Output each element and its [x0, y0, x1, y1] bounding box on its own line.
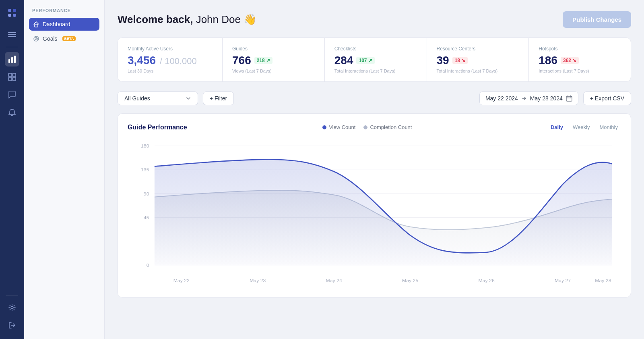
guides-sub: Views (Last 7 Days) — [232, 69, 315, 73]
chart-area: 180 135 90 45 0 May 22 May 23 May 24 May… — [128, 137, 621, 291]
stat-card-mau: Monthly Active Users 3,456 / 100,000 Las… — [118, 38, 223, 81]
svg-rect-10 — [8, 73, 12, 77]
svg-rect-12 — [8, 77, 12, 81]
greeting-name: John Doe 👋 — [196, 13, 257, 25]
goals-label: Goals — [43, 35, 58, 42]
svg-text:45: 45 — [144, 215, 149, 220]
svg-text:135: 135 — [141, 167, 149, 173]
chat-sidebar-icon[interactable] — [5, 87, 19, 102]
guides-value: 766 — [232, 54, 251, 67]
sidebar-bottom — [5, 293, 19, 333]
logout-sidebar-icon[interactable] — [5, 318, 19, 333]
svg-point-14 — [11, 306, 13, 309]
menu-icon[interactable] — [5, 27, 19, 42]
svg-text:May 26: May 26 — [479, 278, 495, 283]
view-count-label: View Count — [329, 124, 355, 130]
main-content: Welcome back, John Doe 👋 Publish Changes… — [105, 0, 644, 339]
hotspots-value-row: 186 362 ↘ — [539, 54, 621, 67]
bell-sidebar-icon[interactable] — [5, 105, 19, 120]
filter-button[interactable]: + Filter — [203, 92, 234, 105]
svg-point-1 — [13, 9, 16, 12]
guide-filter-label: All Guides — [124, 95, 150, 102]
stat-card-hotspots: Hotspots 186 362 ↘ Interactions (Last 7 … — [529, 38, 631, 81]
settings-sidebar-icon[interactable] — [5, 300, 19, 315]
left-nav-title: PERFORMANCE — [29, 8, 99, 13]
guides-title: Guides — [232, 46, 315, 52]
svg-rect-15 — [35, 24, 38, 27]
guides-value-row: 766 218 ↗ — [232, 54, 315, 67]
mau-value: 3,456 — [128, 54, 156, 67]
view-count-dot — [322, 125, 326, 129]
chart-svg: 180 135 90 45 0 May 22 May 23 May 24 May… — [128, 137, 621, 291]
svg-text:180: 180 — [141, 144, 149, 149]
svg-rect-5 — [8, 34, 16, 35]
goals-nav-icon — [33, 35, 39, 42]
stat-card-checklists: Checklists 284 107 ↗ Total Interactions … — [325, 38, 427, 81]
svg-rect-4 — [8, 32, 16, 33]
svg-text:May 28: May 28 — [595, 278, 611, 283]
rc-value: 39 — [437, 54, 449, 67]
svg-rect-8 — [11, 57, 13, 63]
stat-card-guides: Guides 766 218 ↗ Views (Last 7 Days) — [223, 38, 325, 81]
mau-value-row: 3,456 / 100,000 — [128, 54, 213, 67]
svg-text:90: 90 — [144, 191, 149, 197]
chevron-down-icon — [186, 96, 191, 101]
svg-point-18 — [36, 38, 37, 39]
hotspots-value: 186 — [539, 54, 557, 67]
mau-total: / 100,000 — [160, 56, 197, 67]
export-label: + Export CSV — [590, 95, 624, 102]
svg-text:0: 0 — [147, 262, 149, 268]
svg-text:May 23: May 23 — [250, 278, 266, 283]
svg-text:May 25: May 25 — [402, 278, 419, 283]
legend-completion-count: Completion Count — [363, 124, 412, 130]
nav-item-dashboard[interactable]: Dashboard — [29, 18, 99, 31]
hotspots-sub: Interactions (Last 7 Days) — [539, 69, 621, 73]
period-monthly-button[interactable]: Monthly — [596, 123, 621, 131]
checklists-badge: 107 ↗ — [356, 57, 374, 64]
guides-badge: 218 ↗ — [254, 57, 272, 64]
svg-rect-11 — [12, 73, 16, 77]
rc-badge: 18 ↘ — [452, 57, 468, 64]
sidebar-logo — [6, 6, 19, 19]
export-csv-button[interactable]: + Export CSV — [583, 92, 631, 105]
stats-row: Monthly Active Users 3,456 / 100,000 Las… — [118, 37, 631, 82]
svg-point-2 — [8, 14, 11, 17]
dashboard-label: Dashboard — [43, 21, 70, 27]
checklists-title: Checklists — [334, 46, 417, 52]
calendar-icon — [566, 95, 572, 102]
dashboard-nav-icon — [33, 21, 39, 27]
svg-point-3 — [13, 14, 16, 17]
date-range-picker[interactable]: May 22 2024 May 28 2024 — [479, 92, 578, 105]
chart-card: Guide Performance View Count Completion … — [118, 113, 631, 297]
svg-text:May 24: May 24 — [326, 278, 343, 283]
svg-point-0 — [8, 9, 11, 12]
svg-rect-13 — [12, 77, 16, 81]
publish-button[interactable]: Publish Changes — [563, 11, 631, 28]
sidebar-divider-1 — [6, 47, 18, 47]
period-daily-button[interactable]: Daily — [547, 123, 566, 131]
checklists-value: 284 — [334, 54, 353, 67]
period-weekly-button[interactable]: Weekly — [570, 123, 593, 131]
filter-row: All Guides + Filter May 22 2024 May 28 2… — [118, 92, 631, 105]
date-end: May 28 2024 — [530, 95, 563, 102]
hotspots-badge: 362 ↘ — [561, 57, 579, 64]
guide-filter-select[interactable]: All Guides — [118, 92, 198, 105]
analytics-sidebar-icon[interactable] — [5, 52, 19, 67]
svg-rect-7 — [8, 59, 10, 63]
chart-period-buttons: Daily Weekly Monthly — [547, 123, 621, 131]
mau-title: Monthly Active Users — [128, 46, 213, 52]
nav-item-goals[interactable]: Goals BETA — [29, 32, 99, 45]
rc-sub: Total Interactions (Last 7 Days) — [437, 69, 519, 73]
legend-view-count: View Count — [322, 124, 355, 130]
date-start: May 22 2024 — [485, 95, 518, 102]
grid-sidebar-icon[interactable] — [5, 70, 19, 84]
sidebar — [0, 0, 24, 339]
filter-label: + Filter — [210, 95, 227, 102]
arrow-right-icon — [521, 96, 527, 101]
completion-count-label: Completion Count — [370, 124, 412, 130]
hotspots-title: Hotspots — [539, 46, 621, 52]
svg-rect-6 — [8, 36, 16, 37]
svg-rect-9 — [14, 56, 16, 63]
checklists-sub: Total Interactions (Last 7 Days) — [334, 69, 417, 73]
svg-text:May 22: May 22 — [173, 278, 190, 283]
